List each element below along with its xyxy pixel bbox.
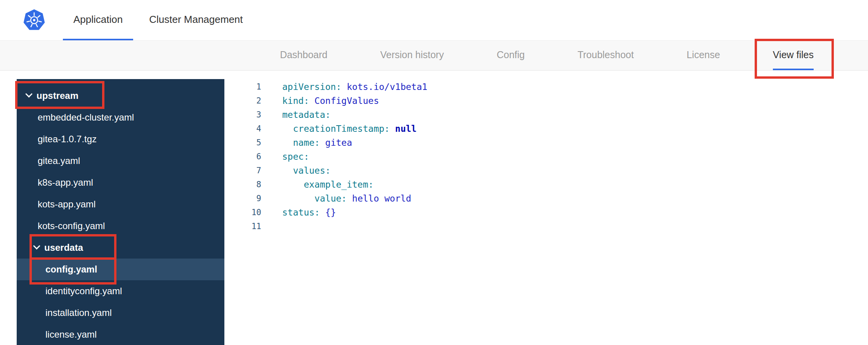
tree-folder-userdata[interactable]: userdata <box>17 237 224 259</box>
code-line[interactable] <box>282 219 427 233</box>
tab-dashboard[interactable]: Dashboard <box>280 41 327 70</box>
line-number: 2 <box>224 94 261 108</box>
chevron-down-icon <box>33 242 40 249</box>
line-number: 1 <box>224 80 261 94</box>
code-token-key: value: <box>314 193 347 204</box>
file-editor: 1234567891011 apiVersion: kots.io/v1beta… <box>224 79 868 345</box>
code-line[interactable]: metadata: <box>282 108 427 122</box>
code-token-key: apiVersion: <box>282 82 341 92</box>
tree-item-label: upstream <box>36 90 78 101</box>
code-token-val: {} <box>325 207 336 217</box>
header-tabs: ApplicationCluster Management <box>63 0 253 40</box>
tree-item-label: gitea-1.0.7.tgz <box>38 134 97 145</box>
top-header: ApplicationCluster Management <box>0 0 868 41</box>
code-line[interactable]: kind: ConfigValues <box>282 94 427 108</box>
tab-license[interactable]: License <box>687 41 720 70</box>
code-token-plain <box>282 166 293 176</box>
code-token-plain <box>390 124 395 134</box>
main-content: upstreamembedded-cluster.yamlgitea-1.0.7… <box>0 71 868 345</box>
code-token-key: metadata: <box>282 110 331 120</box>
tab-cluster-management[interactable]: Cluster Management <box>139 0 253 40</box>
editor-gutter: 1234567891011 <box>224 80 261 345</box>
code-token-plain <box>341 82 347 92</box>
line-number: 9 <box>224 191 261 205</box>
tree-file-license.yaml[interactable]: license.yaml <box>17 324 224 345</box>
code-token-key: status: <box>282 207 320 217</box>
tab-troubleshoot[interactable]: Troubleshoot <box>578 41 634 70</box>
tab-view-files[interactable]: View files <box>773 41 814 70</box>
code-line[interactable]: example_item: <box>282 178 427 191</box>
code-token-key: spec: <box>282 152 309 162</box>
line-number: 6 <box>224 150 261 164</box>
code-token-key: creationTimestamp: <box>293 124 390 134</box>
tree-file-embedded-cluster.yaml[interactable]: embedded-cluster.yaml <box>17 107 224 128</box>
code-line[interactable]: values: <box>282 164 427 178</box>
tab-version-history[interactable]: Version history <box>380 41 444 70</box>
code-token-val: gitea <box>325 138 352 148</box>
tree-file-identityconfig.yaml[interactable]: identityconfig.yaml <box>17 280 224 302</box>
code-token-plain <box>320 207 325 217</box>
editor-code[interactable]: apiVersion: kots.io/v1beta1kind: ConfigV… <box>282 80 427 345</box>
code-token-val: ConfigValues <box>314 96 379 106</box>
tree-item-label: gitea.yaml <box>38 155 80 166</box>
code-token-key: name: <box>293 138 320 148</box>
line-number: 7 <box>224 164 261 178</box>
code-token-plain <box>309 96 314 106</box>
tree-item-label: kots-app.yaml <box>38 199 95 210</box>
code-line[interactable]: apiVersion: kots.io/v1beta1 <box>282 80 427 94</box>
file-tree: upstreamembedded-cluster.yamlgitea-1.0.7… <box>17 79 224 345</box>
code-line[interactable]: spec: <box>282 150 427 164</box>
tree-file-gitea-1.0.7.tgz[interactable]: gitea-1.0.7.tgz <box>17 128 224 150</box>
code-token-key: example_item: <box>304 179 373 190</box>
code-token-val: hello world <box>352 193 411 204</box>
line-number: 4 <box>224 122 261 136</box>
code-token-plain <box>282 179 304 190</box>
tree-item-label: installation.yaml <box>45 307 112 318</box>
code-token-plain <box>282 193 314 204</box>
code-line[interactable]: creationTimestamp: null <box>282 122 427 136</box>
tree-folder-upstream[interactable]: upstream <box>17 85 224 107</box>
tree-item-label: license.yaml <box>45 329 97 340</box>
kubernetes-logo-icon[interactable] <box>23 0 45 40</box>
tree-item-label: kots-config.yaml <box>38 221 105 231</box>
code-token-null: null <box>395 124 417 134</box>
line-number: 3 <box>224 108 261 122</box>
tree-file-config.yaml[interactable]: config.yaml <box>17 259 224 280</box>
code-token-plain <box>282 124 293 134</box>
code-token-key: kind: <box>282 96 309 106</box>
tree-file-kots-app.yaml[interactable]: kots-app.yaml <box>17 193 224 215</box>
code-token-plain <box>282 138 293 148</box>
line-number: 5 <box>224 136 261 150</box>
tree-item-label: config.yaml <box>45 264 97 275</box>
code-line[interactable]: name: gitea <box>282 136 427 150</box>
code-token-val: kots.io/v1beta1 <box>347 82 427 92</box>
tree-file-installation.yaml[interactable]: installation.yaml <box>17 302 224 324</box>
line-number: 10 <box>224 205 261 219</box>
chevron-down-icon <box>25 90 32 97</box>
tree-file-gitea.yaml[interactable]: gitea.yaml <box>17 150 224 172</box>
code-token-plain <box>347 193 352 204</box>
kubernetes-logo-svg <box>23 9 45 31</box>
tab-application[interactable]: Application <box>63 0 133 40</box>
code-token-key: values: <box>293 166 331 176</box>
tree-item-label: identityconfig.yaml <box>45 286 122 297</box>
code-line[interactable]: status: {} <box>282 205 427 219</box>
tree-file-k8s-app.yaml[interactable]: k8s-app.yaml <box>17 172 224 193</box>
tree-file-kots-config.yaml[interactable]: kots-config.yaml <box>17 215 224 237</box>
code-line[interactable]: value: hello world <box>282 191 427 205</box>
kots-admin-console: ApplicationCluster Management DashboardV… <box>0 0 868 345</box>
line-number: 8 <box>224 178 261 191</box>
tab-config[interactable]: Config <box>496 41 524 70</box>
code-token-plain <box>320 138 325 148</box>
tree-item-label: embedded-cluster.yaml <box>38 112 134 123</box>
tree-item-label: k8s-app.yaml <box>38 177 93 188</box>
line-number: 11 <box>224 219 261 233</box>
tree-item-label: userdata <box>44 242 83 253</box>
app-subnav: DashboardVersion historyConfigTroublesho… <box>0 41 868 71</box>
